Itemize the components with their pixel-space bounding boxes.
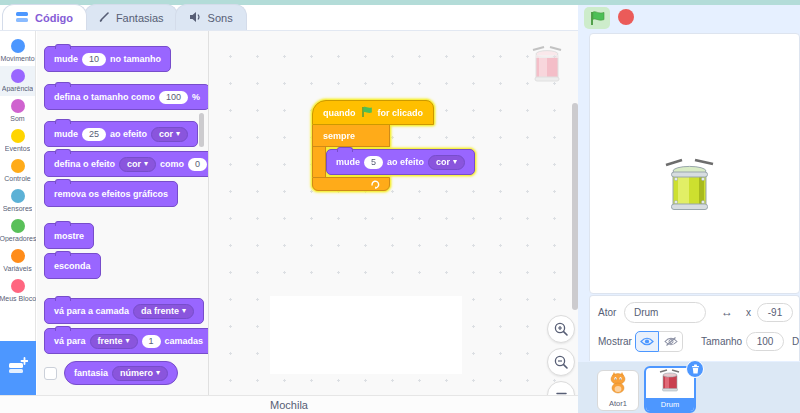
block-fantasia-reporter[interactable]: fantasia número ▾ [64, 361, 178, 385]
block-label: quando [323, 108, 356, 118]
editor-tabbar: Código Fantasias Sons [0, 5, 578, 31]
category-variaveis[interactable]: Variáveis [0, 246, 35, 276]
block-esconda[interactable]: esconda [44, 253, 101, 279]
tab-sons-label: Sons [208, 12, 233, 24]
number-input[interactable]: 25 [82, 128, 106, 141]
number-input[interactable]: 100 [159, 91, 188, 104]
x-coordinate-input[interactable] [757, 303, 793, 322]
when-flag-clicked-block[interactable]: quando for clicado [312, 100, 434, 125]
effect-dropdown[interactable]: cor ▾ [151, 127, 188, 142]
block-label: fantasia [74, 368, 108, 378]
effect-dropdown[interactable]: cor ▾ [428, 155, 465, 170]
block-defina-efeito[interactable]: defina o efeito cor ▾ como 0 [44, 151, 209, 177]
category-operadores[interactable]: Operadores [0, 216, 35, 246]
sprite-name-label: Ator [598, 307, 616, 318]
add-extension-button[interactable] [0, 341, 36, 395]
size-input[interactable] [746, 332, 784, 351]
delete-sprite-button[interactable] [686, 360, 704, 378]
tab-codigo-label: Código [35, 12, 73, 24]
sprite-list: Ator1 Drum [578, 362, 800, 413]
block-label: ao efeito [110, 129, 147, 139]
block-mostre[interactable]: mostre [44, 223, 94, 249]
category-color-dot [11, 189, 25, 203]
block-va-para-camadas[interactable]: vá para frente ▾ 1 camadas [44, 328, 209, 354]
green-flag-icon [589, 10, 606, 27]
sprite-name-input[interactable] [624, 302, 706, 323]
zoom-reset-button[interactable] [547, 381, 575, 395]
speaker-icon [189, 11, 202, 25]
visible-eye-button[interactable] [635, 331, 659, 352]
sprite-info-panel: Ator ↔ x Mostrar Tamanho Direç [589, 295, 800, 361]
stage-view[interactable] [589, 33, 800, 294]
loop-arrow-icon [370, 175, 381, 193]
block-label: mude [54, 54, 78, 64]
zoom-in-button[interactable] [547, 315, 575, 343]
green-flag-button[interactable] [584, 7, 610, 29]
show-label: Mostrar [598, 336, 632, 347]
stop-button[interactable] [618, 9, 634, 25]
number-input[interactable]: 1 [142, 335, 161, 348]
tab-codigo[interactable]: Código [2, 4, 87, 30]
block-va-para-camada[interactable]: vá para a camada da frente ▾ [44, 298, 204, 324]
green-flag-icon [361, 106, 373, 120]
reporter-checkbox[interactable] [44, 367, 57, 380]
layer-dropdown[interactable]: da frente ▾ [133, 304, 194, 319]
brush-icon [98, 11, 110, 25]
chevron-down-icon: ▾ [453, 158, 457, 166]
costume-dropdown[interactable]: número ▾ [112, 366, 168, 381]
visibility-toggle [635, 331, 683, 352]
script-canvas[interactable]: quando for clicado sempre mude 5 ao efei… [209, 31, 578, 395]
number-input[interactable]: 5 [364, 156, 383, 169]
category-color-dot [11, 159, 25, 173]
category-eventos[interactable]: Eventos [0, 126, 35, 156]
effect-dropdown[interactable]: cor ▾ [119, 157, 156, 172]
tab-sons[interactable]: Sons [175, 4, 247, 30]
number-input[interactable]: 0 [188, 158, 207, 171]
sprite-watermark-drum [527, 41, 567, 89]
zoom-out-button[interactable] [547, 348, 575, 376]
tab-fantasias[interactable]: Fantasias [84, 4, 178, 30]
block-mude-efeito[interactable]: mude 25 ao efeito cor ▾ [44, 121, 198, 147]
chevron-down-icon: ▾ [182, 307, 186, 315]
chevron-down-icon: ▾ [176, 130, 180, 138]
block-remova-efeitos[interactable]: remova os efeitos gráficos [44, 181, 178, 207]
palette-scrollbar[interactable] [199, 113, 204, 147]
block-label: ao efeito [387, 157, 424, 167]
direction-dropdown[interactable]: frente ▾ [90, 334, 138, 349]
x-coordinate-label: x [746, 307, 751, 318]
chevron-down-icon: ▾ [156, 369, 160, 377]
sprite-card-ator1[interactable]: Ator1 [597, 370, 639, 411]
category-sensores[interactable]: Sensores [0, 186, 35, 216]
resize-horizontal-icon: ↔ [721, 305, 733, 319]
category-controle[interactable]: Controle [0, 156, 35, 186]
sprite-card-name: Drum [646, 398, 694, 411]
block-mude-no-tamanho[interactable]: mude 10 no tamanho [44, 46, 171, 72]
drum-sprite-thumbnail [657, 367, 683, 398]
hidden-eye-button[interactable] [659, 331, 683, 352]
running-script-stack: quando for clicado sempre mude 5 ao efei… [312, 100, 475, 191]
block-label: remova os efeitos gráficos [54, 189, 168, 199]
block-defina-tamanho[interactable]: defina o tamanho como 100 % [44, 84, 209, 110]
forever-loop-block[interactable]: sempre mude 5 ao efeito cor ▾ [312, 125, 475, 191]
block-label: mude [336, 157, 360, 167]
mude-ao-efeito-block[interactable]: mude 5 ao efeito cor ▾ [326, 149, 475, 175]
block-label: defina o efeito [54, 159, 115, 169]
category-color-dot [11, 39, 25, 53]
category-color-dot [11, 99, 25, 113]
category-color-dot [11, 69, 25, 83]
stage-panel: Ator ↔ x Mostrar Tamanho Direç [578, 5, 800, 413]
drum-sprite-on-stage[interactable] [659, 151, 721, 219]
direction-label: Direç [792, 336, 800, 347]
category-meus-blocos[interactable]: Meus Blocos [0, 276, 35, 306]
backpack-bar[interactable]: Mochila [0, 395, 578, 413]
number-input[interactable]: 10 [82, 53, 106, 66]
block-label: esconda [54, 261, 91, 271]
cat-sprite-thumbnail [606, 371, 630, 399]
category-som[interactable]: Som [0, 96, 35, 126]
category-aparencia[interactable]: Aparência [0, 66, 35, 96]
block-label: vá para [54, 336, 86, 346]
sprite-card-name: Ator1 [609, 399, 627, 410]
category-movimento[interactable]: Movimento [0, 36, 35, 66]
category-color-dot [11, 219, 25, 233]
category-color-dot [11, 279, 25, 293]
